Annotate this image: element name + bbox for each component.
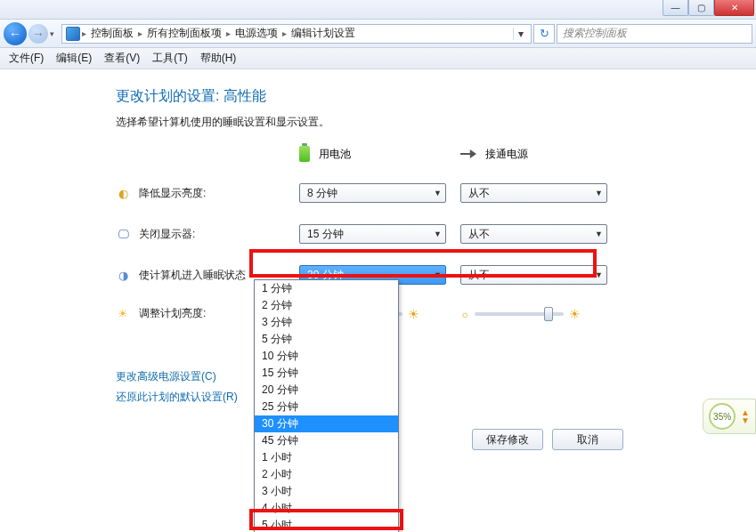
menu-tools[interactable]: 工具(T) [147, 49, 192, 68]
dropdown-option[interactable]: 15 分钟 [255, 365, 398, 382]
row-off-label: 🖵 关闭显示器: [116, 227, 285, 242]
refresh-button[interactable]: ↻ [533, 24, 555, 44]
links: 更改高级电源设置(C) 还原此计划的默认设置(R) [116, 369, 756, 405]
minimize-button[interactable]: — [663, 0, 688, 16]
column-label: 接通电源 [485, 147, 528, 162]
page-subtitle: 选择希望计算机使用的睡眠设置和显示设置。 [116, 115, 756, 130]
dropdown-option[interactable]: 25 分钟 [255, 399, 398, 415]
action-buttons: 保存修改 取消 [472, 429, 623, 450]
breadcrumb[interactable]: 所有控制面板项 [144, 26, 224, 41]
menu-help[interactable]: 帮助(H) [195, 49, 242, 68]
menu-file[interactable]: 文件(F) [4, 49, 49, 68]
chevron-right-icon: ▸ [82, 28, 86, 38]
dropdown-option[interactable]: 5 小时 [255, 517, 398, 532]
slider-track[interactable] [475, 312, 564, 316]
dropdown-option[interactable]: 10 分钟 [255, 348, 398, 365]
sun-large-icon: ☀ [569, 307, 581, 321]
row-dim-label: ◐ 降低显示亮度: [116, 186, 285, 201]
dim-battery-select[interactable]: 8 分钟▼ [299, 183, 446, 203]
chevron-down-icon: ▼ [434, 230, 442, 238]
sleep-plugged-select[interactable]: 从不▼ [460, 265, 607, 285]
sleep-icon: ◑ [116, 268, 130, 282]
column-header-plugged: 接通电源 [460, 147, 607, 162]
dropdown-option[interactable]: 3 分钟 [255, 314, 398, 331]
column-header-battery: 用电池 [299, 146, 446, 162]
breadcrumb[interactable]: 电源选项 [232, 26, 280, 41]
content-area: 更改计划的设置: 高性能 选择希望计算机使用的睡眠设置和显示设置。 用电池 接通… [0, 69, 756, 532]
back-button[interactable]: ← [4, 22, 27, 45]
search-input[interactable]: 搜索控制面板 [557, 24, 752, 44]
dropdown-option[interactable]: 3 小时 [255, 483, 398, 500]
chevron-right-icon: ▸ [282, 28, 287, 38]
dropdown-option[interactable]: 2 小时 [255, 466, 398, 483]
dim-plugged-select[interactable]: 从不▼ [460, 183, 607, 203]
dropdown-option[interactable]: 5 分钟 [255, 331, 398, 348]
dropdown-option[interactable]: 1 小时 [255, 449, 398, 466]
breadcrumb[interactable]: 编辑计划设置 [289, 26, 358, 41]
address-dropdown[interactable]: ▾ [513, 28, 527, 40]
nav-bar: ← → ▾ ▸ 控制面板 ▸ 所有控制面板项 ▸ 电源选项 ▸ 编辑计划设置 ▾… [0, 20, 756, 48]
maximize-button[interactable]: ▢ [688, 0, 714, 16]
percent-circle: 35% [709, 403, 736, 430]
chevron-down-icon: ▼ [434, 189, 442, 197]
chevron-right-icon: ▸ [226, 28, 231, 38]
dropdown-option[interactable]: 4 小时 [255, 500, 398, 517]
sleep-dropdown-list[interactable]: 1 分钟2 分钟3 分钟5 分钟10 分钟15 分钟20 分钟25 分钟30 分… [254, 279, 399, 532]
title-bar: — ▢ ✕ [0, 0, 756, 20]
cancel-button[interactable]: 取消 [552, 429, 623, 450]
breadcrumb[interactable]: 控制面板 [88, 26, 136, 41]
slider-thumb[interactable] [544, 307, 553, 321]
chevron-down-icon: ▼ [595, 189, 603, 197]
page-title: 更改计划的设置: 高性能 [116, 87, 756, 106]
menu-bar: 文件(F) 编辑(E) 查看(V) 工具(T) 帮助(H) [0, 48, 756, 69]
column-label: 用电池 [319, 147, 351, 162]
arrow-down-icon[interactable]: ▼ [741, 416, 750, 424]
off-battery-select[interactable]: 15 分钟▼ [299, 224, 446, 244]
forward-button[interactable]: → [28, 24, 48, 44]
brightness-plugged-slider[interactable]: ☼ ☀ [460, 307, 607, 321]
address-bar[interactable]: ▸ 控制面板 ▸ 所有控制面板项 ▸ 电源选项 ▸ 编辑计划设置 ▾ [61, 24, 532, 44]
battery-icon [299, 146, 310, 162]
sun-large-icon: ☀ [408, 307, 419, 321]
history-dropdown[interactable]: ▾ [50, 29, 54, 38]
dropdown-option[interactable]: 2 分钟 [255, 297, 398, 314]
chevron-down-icon: ▼ [434, 270, 442, 279]
menu-edit[interactable]: 编辑(E) [51, 49, 97, 68]
sun-small-icon: ☼ [460, 309, 469, 319]
menu-view[interactable]: 查看(V) [99, 49, 145, 68]
monitor-icon: 🖵 [116, 227, 130, 241]
chevron-down-icon: ▼ [595, 230, 603, 238]
advanced-settings-link[interactable]: 更改高级电源设置(C) [116, 369, 756, 384]
dropdown-option[interactable]: 20 分钟 [255, 382, 398, 399]
percent-widget[interactable]: 35% ▲ ▼ [703, 399, 756, 434]
dropdown-option[interactable]: 1 分钟 [255, 280, 398, 297]
save-button[interactable]: 保存修改 [472, 429, 543, 450]
close-button[interactable]: ✕ [714, 0, 754, 16]
dim-icon: ◐ [116, 186, 130, 200]
brightness-icon: ☀ [116, 307, 130, 321]
chevron-down-icon: ▼ [595, 270, 603, 279]
control-panel-icon [66, 27, 80, 41]
restore-defaults-link[interactable]: 还原此计划的默认设置(R) [116, 390, 756, 405]
chevron-right-icon: ▸ [138, 28, 142, 38]
dropdown-option[interactable]: 30 分钟 [255, 415, 398, 432]
window-controls: — ▢ ✕ [663, 0, 754, 16]
settings-grid: 用电池 接通电源 ◐ 降低显示亮度: 8 分钟▼ 从不▼ 🖵 关闭显示器: 15… [116, 146, 756, 321]
dropdown-option[interactable]: 45 分钟 [255, 432, 398, 449]
off-plugged-select[interactable]: 从不▼ [460, 224, 607, 244]
plug-icon [460, 149, 476, 158]
